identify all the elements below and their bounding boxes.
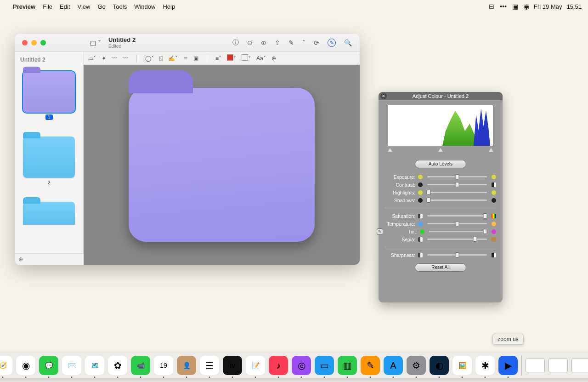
dock-app-messages[interactable]: 💬 [39, 356, 58, 375]
sketch-icon[interactable]: 〰 [123, 55, 128, 62]
slider-knob[interactable] [455, 252, 459, 257]
adjust-size-icon[interactable]: ▣ [193, 55, 198, 62]
slider-track[interactable] [427, 176, 487, 177]
dock-minimized-window[interactable] [571, 359, 588, 372]
menubar-time[interactable]: 15:51 [566, 3, 582, 10]
menu-edit[interactable]: Edit [60, 3, 70, 10]
line-style-icon[interactable]: ≡˅ [215, 55, 221, 62]
highlight-dropdown-icon[interactable]: ˅ [302, 39, 305, 46]
draw-icon[interactable]: 〰 [112, 55, 117, 62]
shapes-icon[interactable]: ◯˅ [145, 55, 154, 62]
dock-app-notes[interactable]: 📝 [246, 356, 265, 375]
dock-app-slack[interactable]: ✱ [475, 356, 495, 375]
text-icon[interactable]: ⍂ [159, 55, 163, 62]
slider-track[interactable] [427, 254, 487, 256]
thumbnail-3[interactable] [23, 202, 75, 225]
slider-knob[interactable] [455, 182, 459, 187]
dock-app-pages[interactable]: ✎ [361, 356, 380, 375]
slider-knob[interactable] [426, 198, 430, 203]
menubar-date[interactable]: Fri 19 May [534, 3, 562, 10]
slider-knob[interactable] [455, 174, 459, 179]
dock-app-podcasts[interactable]: ◎ [292, 356, 311, 375]
adjust-color-titlebar[interactable]: ✕ Adjust Colour - Untitled 2 [379, 92, 503, 100]
dock-app-chrome[interactable]: ◉ [16, 356, 35, 375]
dock-app-zoom[interactable]: ▶zoom.us [498, 356, 518, 375]
annotate-icon[interactable]: ⊕ [271, 55, 276, 62]
slider-knob[interactable] [473, 237, 477, 242]
close-icon[interactable]: ✕ [380, 93, 387, 99]
traffic-light-maximize[interactable] [40, 40, 46, 46]
app-menu[interactable]: Preview [13, 3, 35, 10]
status-icon[interactable]: ••• [500, 3, 507, 10]
font-style-icon[interactable]: Aa˅ [256, 55, 266, 62]
control-center-icon[interactable]: ⊟ [489, 3, 494, 10]
thumbnail-1[interactable] [23, 71, 75, 113]
dock-app-keynote[interactable]: ▭ [315, 356, 334, 375]
highlight-icon[interactable]: ✎ [288, 39, 294, 46]
white-point-handle[interactable] [489, 148, 493, 152]
slider-knob[interactable] [426, 190, 430, 195]
slider-track[interactable] [427, 215, 487, 217]
dock-app-facetime[interactable]: 📹 [131, 356, 150, 375]
instant-alpha-icon[interactable]: ✦ [102, 55, 106, 62]
dock-app-calendar[interactable]: 19 [154, 356, 173, 375]
mid-point-handle[interactable] [438, 148, 443, 152]
eyedropper-icon[interactable]: ✎ [377, 228, 383, 235]
siri-icon[interactable]: ◉ [524, 3, 529, 10]
dock-app-photos[interactable]: ✿ [108, 356, 127, 375]
black-point-handle[interactable] [388, 148, 392, 152]
dock-app-safari[interactable]: 🧭 [0, 356, 12, 375]
dock-app-maps[interactable]: 🗺️ [85, 356, 104, 375]
zoom-in-icon[interactable]: ⊕ [261, 39, 266, 46]
select-tool-icon[interactable]: ▭˅ [88, 55, 96, 62]
rotate-icon[interactable]: ⟳ [314, 39, 319, 46]
add-page-icon[interactable]: ⊕ [18, 256, 23, 262]
thumbnail-2-label: 2 [19, 180, 79, 185]
dock-app-mail[interactable]: ✉️ [62, 356, 81, 375]
slider-left-icon [418, 237, 423, 242]
reset-all-button[interactable]: Reset All [415, 263, 466, 272]
slider-track[interactable] [427, 184, 487, 185]
display-icon[interactable]: ▣ [512, 3, 518, 10]
canvas[interactable] [84, 65, 360, 265]
slider-track[interactable] [427, 223, 487, 224]
menu-file[interactable]: File [43, 3, 52, 10]
dock-app-unknown[interactable]: ◐ [430, 356, 449, 375]
share-icon[interactable]: ⇪ [275, 39, 280, 46]
dock-app-contacts[interactable]: 👤 [177, 356, 196, 375]
dock-app-appstore[interactable]: A [384, 356, 403, 375]
menu-tools[interactable]: Tools [113, 3, 127, 10]
dock-app-reminders[interactable]: ☰ [200, 356, 219, 375]
slider-knob[interactable] [483, 213, 487, 218]
slider-knob[interactable] [483, 229, 487, 234]
dock-app-settings[interactable]: ⚙ [407, 356, 426, 375]
dock-app-numbers[interactable]: ▥ [338, 356, 357, 375]
auto-levels-button[interactable]: Auto Levels [415, 160, 466, 168]
traffic-light-minimize[interactable] [31, 40, 37, 46]
thumbnail-2[interactable] [23, 137, 75, 178]
menu-help[interactable]: Help [163, 3, 175, 10]
markup-toggle-icon[interactable]: ✎ [328, 39, 336, 47]
slider-track[interactable] [427, 192, 487, 193]
slider-track[interactable] [427, 239, 487, 240]
search-icon[interactable]: 🔍 [344, 39, 352, 46]
menu-view[interactable]: View [78, 3, 90, 10]
sign-icon[interactable]: ✍˅ [168, 55, 178, 62]
dock-minimized-window[interactable] [548, 359, 568, 372]
dock-minimized-window[interactable] [526, 359, 545, 372]
zoom-out-icon[interactable]: ⊖ [247, 39, 253, 46]
fill-color-icon[interactable]: ˅ [242, 54, 251, 62]
traffic-light-close[interactable] [22, 40, 28, 46]
menu-go[interactable]: Go [97, 3, 105, 10]
menu-window[interactable]: Window [134, 3, 155, 10]
dock-app-preview[interactable]: 🖼️ [452, 356, 472, 375]
sidebar-toggle-icon[interactable]: ◫ ˅ [90, 39, 101, 46]
dock-app-tv[interactable]: tv [223, 356, 242, 375]
dock-app-music[interactable]: ♪ [269, 356, 288, 375]
slider-track[interactable] [427, 200, 487, 201]
adjust-color-icon[interactable]: ≣ [183, 55, 188, 62]
slider-track[interactable] [429, 231, 487, 232]
border-color-icon[interactable]: ˅ [227, 54, 236, 62]
slider-knob[interactable] [455, 221, 459, 226]
info-icon[interactable]: ⓘ [232, 39, 239, 47]
